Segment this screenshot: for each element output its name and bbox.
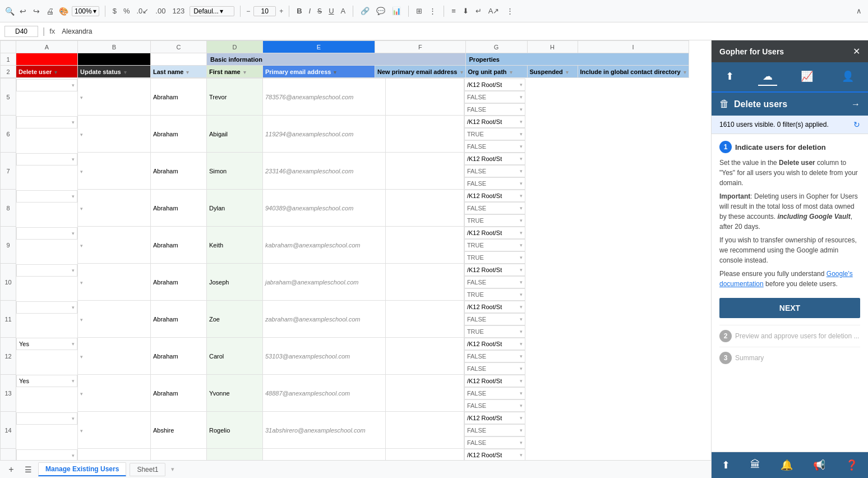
global-contact-cell[interactable]: FALSE▾ [464, 399, 525, 412]
org-unit-cell[interactable]: /K12 Root/St▾ [464, 264, 525, 276]
org-unit-cell[interactable]: /K12 Root/St▾ [464, 301, 525, 313]
decimal-inc-btn[interactable]: .00 [154, 6, 167, 16]
person-icon[interactable]: 👤 [837, 68, 858, 86]
cell-B1[interactable] [78, 53, 151, 66]
delete-user-cell[interactable]: ▾ [16, 301, 77, 314]
more-btn2[interactable]: ⋮ [505, 6, 515, 16]
new-email-cell[interactable] [385, 412, 464, 449]
org-unit-cell[interactable]: /K12 Root/St▾ [464, 79, 525, 91]
new-email-cell[interactable] [385, 264, 464, 301]
global-contact-cell[interactable]: FALSE▾ [464, 177, 525, 190]
org-unit-cell[interactable]: /K12 Root/St▾ [464, 116, 525, 128]
cell-A2[interactable]: Delete user ▾ [16, 66, 78, 78]
email-cell[interactable]: jabraham@anexampleschool.com [263, 264, 386, 301]
delete-user-cell[interactable]: Yes▾ [16, 375, 77, 387]
cell-E2[interactable]: Primary email address ▾ [263, 66, 375, 78]
global-contact-cell[interactable]: FALSE▾ [464, 103, 525, 116]
first-name-cell[interactable]: Carol [207, 338, 263, 375]
col-header-G[interactable]: G [465, 41, 527, 53]
global-contact-cell[interactable]: TRUE▾ [464, 325, 525, 338]
suspended-cell[interactable]: FALSE▾ [464, 276, 525, 288]
email-cell[interactable]: 940389@anexampleschool.com [263, 190, 386, 227]
sheet-arrow[interactable]: ▾ [171, 466, 174, 473]
delete-user-cell[interactable]: ▾ [16, 412, 77, 425]
update-status-cell[interactable]: ▾ [78, 338, 151, 375]
insert-comment-btn[interactable]: 💬 [375, 6, 387, 16]
org-unit-cell[interactable]: /K12 Root/St▾ [464, 375, 525, 387]
search-icon[interactable]: 🔍 [4, 6, 15, 16]
first-name-cell[interactable]: Dylan [207, 190, 263, 227]
new-email-cell[interactable] [385, 227, 464, 264]
suspended-cell[interactable]: TRUE▾ [464, 128, 525, 140]
undo-icon[interactable]: ↩ [18, 6, 28, 16]
global-contact-cell[interactable]: FALSE▾ [464, 436, 525, 449]
next-button[interactable]: NEXT [719, 298, 860, 318]
upload-icon[interactable]: ⬆ [721, 68, 738, 86]
update-status-cell[interactable]: ▾ [78, 116, 151, 153]
bottom-help-icon[interactable]: ❓ [841, 457, 862, 474]
bottom-upload-icon[interactable]: ⬆ [717, 457, 735, 474]
font-size-control[interactable]: 10 [253, 6, 276, 16]
update-status-cell[interactable]: ▾ [78, 301, 151, 338]
first-name-cell[interactable]: Rogelio [207, 412, 263, 449]
email-cell[interactable]: 31abshirero@anexampleschool.com [263, 412, 386, 449]
suspended-cell[interactable]: FALSE▾ [464, 91, 525, 103]
cell-I2[interactable]: Include in global contact directory ▾ [578, 66, 689, 78]
delete-user-cell[interactable]: ▾ [16, 190, 77, 203]
paint-icon[interactable]: 🎨 [58, 6, 68, 16]
cell-G2[interactable]: Org unit path ▾ [465, 66, 527, 78]
underline-button[interactable]: U [327, 6, 335, 16]
update-status-cell[interactable]: ▾ [78, 227, 151, 264]
font-dropdown[interactable]: Defaul... ▾ [190, 6, 234, 16]
delete-user-cell[interactable]: ▾ [16, 264, 77, 277]
cell-D2[interactable]: First name ▾ [207, 66, 263, 78]
col-header-B[interactable]: B [78, 41, 151, 53]
valign-btn[interactable]: ⬇ [461, 6, 470, 16]
cell-A1[interactable] [16, 53, 78, 66]
google-docs-link[interactable]: Google's documentation [719, 270, 853, 288]
suspended-cell[interactable]: TRUE▾ [464, 239, 525, 251]
first-name-cell[interactable]: Keith [207, 227, 263, 264]
last-name-cell[interactable]: Abraham [151, 190, 207, 227]
email-cell[interactable]: zabraham@anexampleschool.com [263, 301, 386, 338]
text-rotate-btn[interactable]: A↗ [487, 6, 501, 16]
currency-btn[interactable]: $ [111, 6, 118, 16]
bottom-bell-icon[interactable]: 🔔 [776, 457, 797, 474]
bottom-speaker-icon[interactable]: 📢 [809, 457, 830, 474]
delete-user-cell[interactable]: ▾ [16, 79, 77, 91]
decimal-dec-btn[interactable]: .0↙ [135, 6, 151, 16]
insert-link-btn[interactable]: 🔗 [359, 6, 371, 16]
first-name-cell[interactable]: Joseph [207, 264, 263, 301]
cell-F2[interactable]: New primary email address ▾ [375, 66, 466, 78]
org-unit-cell[interactable]: /K12 Root/St▾ [464, 190, 525, 202]
email-cell[interactable]: delegatedadmin@anexampleschool.com [263, 449, 386, 461]
suspended-cell[interactable]: FALSE▾ [464, 350, 525, 362]
email-cell[interactable]: 53103@anexampleschool.com [263, 338, 386, 375]
cell-B2[interactable]: Update status ▾ [78, 66, 151, 78]
update-status-cell[interactable]: ▾ [78, 79, 151, 116]
first-name-cell[interactable]: Zoe [207, 301, 263, 338]
new-email-cell[interactable] [385, 375, 464, 412]
delete-user-cell[interactable]: ▾ [16, 116, 77, 128]
last-name-cell[interactable]: Abshire [151, 412, 207, 449]
cell-H2[interactable]: Suspended ▾ [527, 66, 578, 78]
new-email-cell[interactable] [385, 338, 464, 375]
cell-reference[interactable] [4, 26, 38, 37]
new-email-cell[interactable] [385, 449, 464, 461]
bold-button[interactable]: B [295, 6, 303, 16]
org-unit-cell[interactable]: /K12 Root/St▾ [464, 338, 525, 350]
new-email-cell[interactable] [385, 116, 464, 153]
update-status-cell[interactable]: ▾ [78, 190, 151, 227]
col-header-C[interactable]: C [151, 41, 207, 53]
col-header-I[interactable]: I [578, 41, 689, 53]
collapse-btn[interactable]: ∧ [855, 6, 864, 16]
delete-user-cell[interactable]: Yes▾ [16, 338, 77, 350]
org-unit-cell[interactable]: /K12 Root/St▾ [464, 227, 525, 239]
percent-btn[interactable]: % [122, 6, 132, 16]
text-color-button[interactable]: A [339, 6, 348, 16]
email-cell[interactable]: 119294@anexampleschool.com [263, 116, 386, 153]
strikethrough-button[interactable]: S̶ [316, 6, 324, 16]
suspended-cell[interactable]: FALSE▾ [464, 424, 525, 436]
first-name-cell[interactable]: Delegated [207, 449, 263, 461]
email-cell[interactable]: kabraham@anexampleschool.com [263, 227, 386, 264]
